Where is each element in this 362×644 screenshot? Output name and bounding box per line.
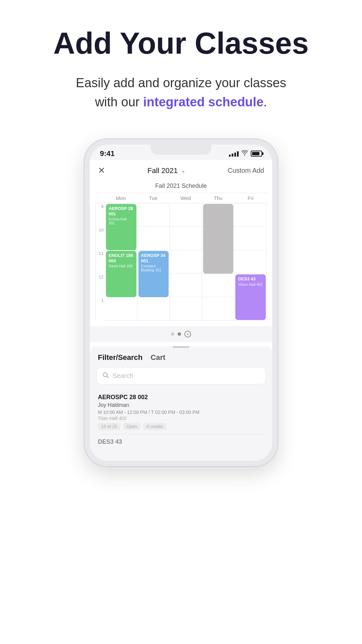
course-list-code: AEROSPC 28 002 <box>98 394 264 401</box>
cal-header-fri: Fri <box>234 193 267 203</box>
phone-frame: 9:41 <box>84 139 278 467</box>
cell-tue-10 <box>137 227 170 250</box>
cell-mon-1 <box>105 297 137 321</box>
subtitle-period: . <box>263 95 267 109</box>
semester-label: Fall 2021 <box>147 166 178 175</box>
course-list-tags: 15 of 25 Open 4 credits <box>98 423 264 430</box>
cell-fri-10 <box>234 227 267 250</box>
course-code: ENGLIT 189 004 <box>109 253 134 263</box>
course-list-instructor: Joy Haldman <box>98 402 264 408</box>
pagination: + <box>90 326 272 342</box>
bottom-sheet-handle <box>173 346 189 348</box>
time-label-1: 1 <box>96 297 105 321</box>
cal-header-mon: Mon <box>105 193 137 203</box>
cal-header-wed: Wed <box>170 193 202 203</box>
page-dot-1[interactable] <box>171 332 174 336</box>
status-icons <box>229 150 262 157</box>
time-label-12: 12 <box>96 274 105 297</box>
course-block-aerosp28001[interactable]: AEROSP 28 001 Emma Hall 301 <box>106 204 136 250</box>
tag-credits: 4 credits <box>143 423 166 430</box>
course-list-time: M 10:00 AM - 12:00 PM / T 02:00 PM - 03:… <box>98 410 264 415</box>
page-title: Add Your Classes <box>20 27 342 60</box>
tag-status: Open <box>123 423 140 430</box>
course-location: David Hall 209 <box>109 264 134 268</box>
cell-thu-12 <box>202 274 235 297</box>
svg-line-1 <box>107 376 109 378</box>
close-button[interactable]: ✕ <box>98 165 105 176</box>
cell-wed-9 <box>170 203 202 227</box>
wifi-icon <box>241 150 248 157</box>
header-section: Add Your Classes Easily add and organize… <box>0 0 362 125</box>
signal-icon <box>229 151 239 157</box>
course-location: Vision Hall 402 <box>238 282 263 286</box>
cell-thu-1 <box>202 297 235 321</box>
list-item-aerospc28002[interactable]: AEROSPC 28 002 Joy Haldman M 10:00 AM - … <box>90 390 272 434</box>
custom-add-button[interactable]: Custom Add <box>228 167 264 174</box>
cell-wed-11 <box>170 250 202 274</box>
search-bar[interactable]: Search <box>97 367 265 384</box>
tag-seats: 15 of 25 <box>98 423 120 430</box>
cell-wed-10 <box>170 227 202 250</box>
app-content: ✕ Fall 2021 ⌄ Custom Add Fall 2021 Sched… <box>90 160 272 461</box>
cell-fri-9 <box>234 203 267 227</box>
battery-icon <box>251 151 262 157</box>
course-code: AEROSP 28 001 <box>109 206 134 216</box>
tab-cart[interactable]: Cart <box>150 353 165 362</box>
subtitle-text: Easily add and organize your classes <box>76 76 286 90</box>
tab-filter-search[interactable]: Filter/Search <box>98 353 142 362</box>
course-block-englit[interactable]: ENGLIT 189 004 David Hall 209 <box>106 251 136 297</box>
cell-wed-12 <box>170 274 202 297</box>
phone-inner: 9:41 <box>90 145 272 461</box>
phone-mockup: 9:41 <box>84 139 278 467</box>
course-location: Constant Building 101 <box>141 264 166 272</box>
search-placeholder: Search <box>112 372 133 380</box>
cell-wed-1 <box>170 297 202 321</box>
cell-tue-1 <box>137 297 170 321</box>
bottom-sheet: Filter/Search Cart Search <box>90 346 272 461</box>
course-code: AEROSP 34 001 <box>141 253 166 263</box>
add-page-button[interactable]: + <box>184 331 191 337</box>
course-code: DES3 43 <box>238 276 263 282</box>
time-label-10: 10 <box>96 227 105 250</box>
course-block-des343[interactable]: DES3 43 Vision Hall 402 <box>235 274 266 320</box>
page-dot-2[interactable] <box>178 332 181 336</box>
subtitle-link: integrated schedule <box>143 95 263 109</box>
page-subtitle: Easily add and organize your classes wit… <box>20 73 342 112</box>
schedule-title: Fall 2021 Schedule <box>90 181 272 193</box>
dropdown-arrow-icon: ⌄ <box>181 167 185 174</box>
search-icon <box>102 372 109 380</box>
cell-tue-9 <box>137 203 170 227</box>
calendar-header: Mon Tue Wed Thu Fri <box>95 193 267 203</box>
status-time: 9:41 <box>100 149 115 158</box>
course-list-location: Titan Hall 402 <box>98 416 264 421</box>
cal-header-empty <box>95 193 105 203</box>
app-header: ✕ Fall 2021 ⌄ Custom Add <box>90 160 272 181</box>
course-location: Emma Hall 301 <box>109 217 134 225</box>
calendar-container: Mon Tue Wed Thu Fri 9 10 11 12 <box>90 193 272 326</box>
course-block-gray <box>203 204 234 274</box>
cal-header-tue: Tue <box>137 193 170 203</box>
cal-header-thu: Thu <box>202 193 234 203</box>
course-list-code: DES3 43 <box>98 438 264 445</box>
phone-notch <box>151 145 211 155</box>
course-block-aerosp34001[interactable]: AEROSP 34 001 Constant Building 101 <box>138 251 169 297</box>
semester-selector[interactable]: Fall 2021 ⌄ <box>147 166 186 175</box>
time-label-9: 9 <box>96 203 105 227</box>
calendar-body: 9 10 11 12 1 <box>95 203 267 321</box>
list-item-des343[interactable]: DES3 43 <box>90 434 272 451</box>
bottom-tabs: Filter/Search Cart <box>90 353 272 367</box>
cell-fri-11 <box>234 250 267 274</box>
time-label-11: 11 <box>96 250 105 274</box>
